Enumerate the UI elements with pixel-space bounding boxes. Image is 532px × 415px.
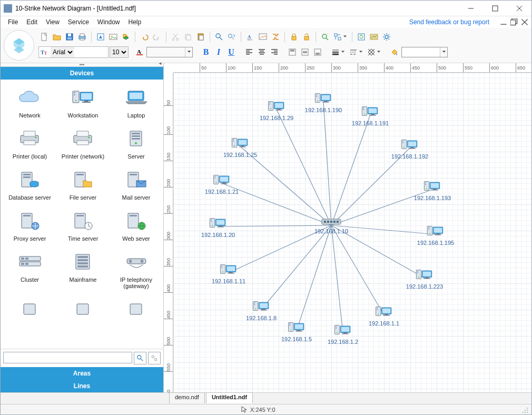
diagram-node[interactable]: 192.168.1.2: [328, 322, 358, 345]
new-file-button[interactable]: [38, 31, 50, 43]
valign-bottom-button[interactable]: [312, 46, 323, 58]
device-item[interactable]: [57, 295, 109, 325]
device-item[interactable]: Web sever: [110, 207, 162, 243]
menu-view[interactable]: View: [42, 17, 64, 27]
menu-service[interactable]: Service: [64, 17, 93, 27]
device-item[interactable]: Proxy server: [4, 207, 56, 243]
diagram-node-center[interactable]: 192.168.1.10: [314, 216, 348, 234]
bg-color-caret-icon[interactable]: [440, 47, 447, 57]
diagram-node[interactable]: 192.168.1.191: [352, 103, 389, 126]
diagram-canvas[interactable]: 192.168.1.29192.168.1.25192.168.1.21192.…: [173, 73, 531, 392]
align-right-button[interactable]: [269, 46, 280, 58]
resize-grip-icon[interactable]: [521, 406, 528, 413]
export-button[interactable]: [95, 31, 106, 43]
diagram-node[interactable]: 192.168.1.25: [223, 135, 257, 158]
document-tab[interactable]: Untitled1.ndf: [206, 392, 253, 403]
feedback-link[interactable]: Send feedback or bug report: [406, 17, 492, 27]
menu-edit[interactable]: Edit: [22, 17, 42, 27]
device-item[interactable]: Printer (local): [4, 125, 56, 161]
unlock-button[interactable]: [301, 31, 312, 43]
clipboard-button[interactable]: [120, 31, 132, 43]
close-button[interactable]: [507, 1, 531, 16]
find-next-button[interactable]: [226, 31, 238, 43]
device-item[interactable]: [4, 295, 56, 325]
font-family-input[interactable]: Arial: [51, 47, 74, 57]
redo-button[interactable]: [151, 31, 163, 43]
save-button[interactable]: [64, 31, 75, 43]
device-item[interactable]: Cluster: [4, 248, 56, 290]
document-tab[interactable]: demo.ndf: [169, 392, 205, 403]
lock-button[interactable]: [288, 31, 300, 43]
copy-button[interactable]: [182, 31, 194, 43]
text-tool-button[interactable]: ATEXT: [244, 31, 256, 43]
device-item[interactable]: Printer (network): [57, 125, 109, 161]
cut-button[interactable]: [170, 31, 181, 43]
diagram-node[interactable]: 192.168.1.5: [281, 319, 312, 342]
paste-button[interactable]: [195, 31, 206, 43]
logo-button[interactable]: [4, 30, 34, 61]
diagram-node[interactable]: 192.168.1.8: [246, 298, 277, 321]
mdi-restore-icon[interactable]: [510, 18, 518, 26]
diagram-node[interactable]: 192.168.1.11: [212, 261, 245, 284]
device-item[interactable]: Mainframe: [57, 248, 109, 290]
diagram-node[interactable]: 192.168.1.192: [391, 136, 428, 160]
font-size-select[interactable]: 10: [110, 46, 129, 58]
device-item[interactable]: Mail server: [110, 166, 162, 202]
device-item[interactable]: IP telephony (gateway): [110, 248, 162, 290]
lines-panel-header[interactable]: Lines: [1, 380, 163, 392]
settings-button[interactable]: [381, 31, 392, 43]
device-item[interactable]: Network: [4, 84, 56, 120]
fill-color-caret-icon[interactable]: [185, 47, 192, 57]
diagram-node[interactable]: 192.168.1.193: [414, 178, 451, 201]
valign-middle-button[interactable]: [299, 46, 311, 58]
device-item[interactable]: Database server: [4, 166, 56, 202]
device-item[interactable]: Workstation: [57, 84, 109, 120]
areas-panel-header[interactable]: Areas: [1, 367, 163, 380]
diagram-node[interactable]: 192.168.1.29: [260, 98, 293, 121]
pattern-dropdown[interactable]: [366, 46, 382, 58]
align-center-button[interactable]: [256, 46, 268, 58]
diagram-node[interactable]: 192.168.1.21: [205, 172, 239, 195]
diagram-node[interactable]: 192.168.1.223: [406, 266, 443, 290]
bg-color-swatch[interactable]: [401, 47, 448, 57]
device-item[interactable]: Server: [110, 125, 162, 161]
font-size-input[interactable]: 10: [110, 47, 128, 57]
bg-color-button[interactable]: [389, 46, 400, 58]
device-item[interactable]: Laptop: [110, 84, 162, 120]
diagram-node[interactable]: 192.168.1.1: [369, 303, 399, 327]
open-file-button[interactable]: [51, 31, 63, 43]
device-item[interactable]: Time server: [57, 207, 109, 243]
bold-button[interactable]: B: [200, 46, 212, 58]
line-style-dropdown[interactable]: [330, 46, 347, 58]
device-search-input[interactable]: [3, 352, 132, 363]
insert-image-button[interactable]: [257, 31, 269, 43]
italic-button[interactable]: I: [213, 46, 224, 58]
menu-window[interactable]: Window: [93, 17, 124, 27]
menu-file[interactable]: File: [4, 17, 22, 27]
undo-button[interactable]: [139, 31, 150, 43]
sidebar-collapse-handle[interactable]: •••: [1, 63, 163, 67]
minimize-button[interactable]: [459, 1, 483, 16]
devices-panel[interactable]: NetworkWorkstationLaptopPrinter (local)P…: [1, 80, 163, 349]
devices-panel-header[interactable]: Devices: [1, 67, 163, 80]
print-button[interactable]: [76, 31, 88, 43]
maximize-button[interactable]: [483, 1, 507, 16]
find-button[interactable]: [213, 31, 225, 43]
device-item[interactable]: [110, 295, 162, 325]
dash-style-dropdown[interactable]: [348, 46, 364, 58]
diagram-node[interactable]: 192.168.1.190: [305, 90, 342, 113]
zoom-dropdown[interactable]: [332, 31, 349, 43]
device-search-button[interactable]: [134, 352, 146, 364]
diagram-node[interactable]: 192.168.1.20: [201, 215, 235, 238]
refresh-button[interactable]: [356, 31, 367, 43]
scan-button[interactable]: [319, 31, 331, 43]
image-button[interactable]: [107, 31, 119, 43]
mdi-close-icon[interactable]: [521, 18, 528, 26]
fill-color-swatch[interactable]: [146, 47, 193, 57]
map-button[interactable]: [368, 31, 380, 43]
mdi-minimize-icon[interactable]: [500, 18, 507, 26]
align-left-button[interactable]: [243, 46, 255, 58]
link-button[interactable]: [270, 31, 281, 43]
font-color-button[interactable]: A: [134, 46, 145, 58]
diagram-node[interactable]: 192.168.1.195: [417, 223, 454, 246]
